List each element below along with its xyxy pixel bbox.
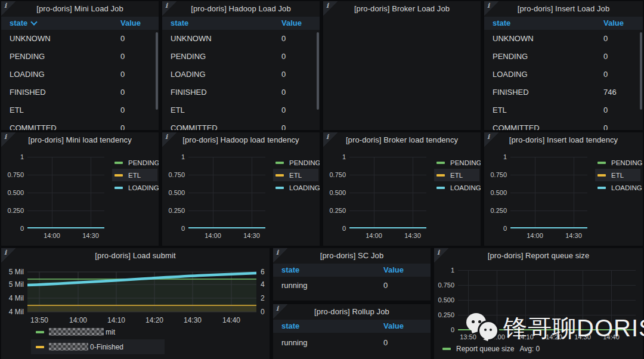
gridline bbox=[349, 228, 426, 229]
panel-title[interactable]: [pro-doris] Mini load tendency bbox=[1, 135, 159, 144]
panel-mini-load-job: i [pro-doris] Mini Load Job state Value … bbox=[1, 1, 159, 130]
panel-info-icon[interactable]: i bbox=[1, 1, 16, 16]
chart-legend: PENDING ETL LOADING bbox=[112, 156, 157, 194]
panel-info-icon[interactable]: i bbox=[162, 132, 177, 147]
panel-info-icon[interactable]: i bbox=[273, 304, 287, 318]
legend-item-etl[interactable]: ETL bbox=[434, 169, 479, 181]
panel-info-icon[interactable]: i bbox=[1, 248, 16, 262]
table-scrollbar[interactable] bbox=[317, 32, 319, 110]
legend-color-icon bbox=[36, 346, 44, 348]
gridline bbox=[91, 157, 91, 228]
legend-label[interactable]: Report queue size bbox=[456, 345, 514, 353]
panel-info-icon[interactable]: i bbox=[323, 132, 338, 147]
column-header-state[interactable]: state bbox=[281, 320, 299, 333]
table-row: ETL0 bbox=[1, 101, 155, 119]
table-row: PENDING0 bbox=[162, 48, 316, 66]
legend-item-pending[interactable]: PENDING bbox=[273, 156, 318, 169]
legend-item-loading[interactable]: LOADING bbox=[434, 181, 479, 194]
table-scrollbar[interactable] bbox=[156, 32, 158, 110]
table-row: UNKNOWN0 bbox=[484, 30, 639, 48]
legend-item-pending[interactable]: PENDING bbox=[434, 156, 479, 169]
table-row: FINISHED0 bbox=[1, 83, 155, 101]
table-scrollbar[interactable] bbox=[640, 32, 642, 110]
gridline bbox=[188, 157, 265, 157]
panel-title[interactable]: [pro-doris] Load submit bbox=[1, 251, 270, 260]
gridline bbox=[52, 157, 52, 228]
panel-info-icon[interactable]: i bbox=[273, 248, 287, 262]
gridline bbox=[27, 228, 104, 229]
panel-title[interactable]: [pro-doris] Broker load tendency bbox=[323, 135, 481, 144]
gridline bbox=[27, 211, 104, 211]
legend-item-censored-finished[interactable]: 0-Finished bbox=[31, 339, 165, 354]
panel-title[interactable]: [pro-doris] Report queue size bbox=[434, 251, 643, 260]
legend-color-icon bbox=[597, 162, 606, 164]
legend-item-loading[interactable]: LOADING bbox=[273, 181, 318, 194]
column-header-value[interactable]: Value bbox=[383, 264, 404, 277]
panel-title[interactable]: [pro-doris] Hadoop load tendency bbox=[162, 135, 320, 144]
legend-item-etl[interactable]: ETL bbox=[273, 169, 318, 181]
gridline bbox=[349, 157, 426, 157]
loading-series-line bbox=[188, 227, 265, 228]
y-axis-tick-left: 5 Mil bbox=[1, 268, 24, 276]
x-axis-tick: 14:00 bbox=[205, 232, 221, 239]
x-axis-tick: 14:30 bbox=[243, 232, 260, 239]
column-header-value[interactable]: Value bbox=[120, 17, 141, 30]
gridline bbox=[510, 211, 587, 211]
legend-item-etl[interactable]: ETL bbox=[112, 169, 157, 181]
load-submit-plot bbox=[27, 270, 256, 315]
legend-label-suffix: 0-Finished bbox=[90, 343, 123, 351]
panel-title[interactable]: [pro-doris] Insert load tendency bbox=[484, 135, 643, 144]
legend-color-icon bbox=[275, 174, 284, 177]
y-axis-tick: 0.750 bbox=[323, 171, 346, 178]
gridline bbox=[27, 157, 104, 157]
y-axis-tick: 0.250 bbox=[1, 207, 24, 214]
chart-legend: PENDING ETL LOADING bbox=[434, 156, 479, 194]
y-axis-tick-left: 4 Mil bbox=[1, 308, 24, 315]
y-axis-tick-right: 6 bbox=[261, 268, 265, 276]
panel-info-icon[interactable]: i bbox=[323, 1, 338, 16]
panel-info-icon[interactable]: i bbox=[484, 132, 499, 147]
table-header: state Value bbox=[162, 17, 320, 30]
legend-item-pending[interactable]: PENDING bbox=[595, 156, 640, 169]
y-axis-tick: 0.750 bbox=[434, 281, 454, 289]
legend-item-censored-submit[interactable]: mit bbox=[31, 324, 165, 339]
column-header-state[interactable]: state bbox=[171, 17, 188, 30]
legend-item-pending[interactable]: PENDING bbox=[112, 156, 157, 169]
gridline bbox=[27, 193, 104, 193]
panel-title[interactable]: [pro-doris] SC Job bbox=[273, 251, 431, 260]
legend-item-loading[interactable]: LOADING bbox=[112, 181, 157, 194]
column-header-value[interactable]: Value bbox=[281, 17, 302, 30]
table-row: FINISHED0 bbox=[162, 83, 316, 101]
panel-title[interactable]: [pro-doris] Broker Load Job bbox=[323, 4, 481, 13]
panel-info-icon[interactable]: i bbox=[162, 1, 177, 16]
y-axis-tick: 0.750 bbox=[1, 171, 24, 178]
panel-title[interactable]: [pro-doris] Rollup Job bbox=[273, 307, 431, 316]
column-header-value[interactable]: Value bbox=[383, 320, 404, 333]
panel-title[interactable]: [pro-doris] Mini Load Job bbox=[1, 4, 159, 13]
y-axis-tick: 1 bbox=[434, 267, 454, 274]
column-header-state[interactable]: state bbox=[281, 264, 299, 277]
panel-title[interactable]: [pro-doris] Insert Load Job bbox=[484, 4, 643, 13]
panel-insert-load-job: i [pro-doris] Insert Load Job state Valu… bbox=[484, 1, 643, 130]
gridline bbox=[510, 157, 587, 157]
gridline bbox=[574, 157, 574, 228]
panel-title[interactable]: [pro-doris] Hadoop Load Job bbox=[162, 4, 320, 13]
legend-color-icon bbox=[597, 187, 606, 189]
column-header-state[interactable]: state bbox=[10, 17, 36, 30]
panel-info-icon[interactable]: i bbox=[484, 1, 499, 16]
legend-item-loading[interactable]: LOADING bbox=[595, 181, 640, 194]
legend-item-etl[interactable]: ETL bbox=[595, 169, 640, 181]
column-header-value[interactable]: Value bbox=[603, 17, 624, 30]
table-header: state Value bbox=[273, 264, 431, 277]
gridline bbox=[188, 228, 265, 229]
panel-info-icon[interactable]: i bbox=[434, 248, 448, 262]
column-header-state[interactable]: state bbox=[493, 17, 510, 30]
panel-info-icon[interactable]: i bbox=[1, 132, 16, 147]
gridline bbox=[349, 211, 426, 211]
y-axis-tick: 0.250 bbox=[484, 207, 507, 214]
legend-color-icon bbox=[436, 162, 445, 164]
panel-mini-load-tendency: i [pro-doris] Mini load tendency 1 0.750… bbox=[1, 132, 159, 246]
y-axis-tick: 0.500 bbox=[323, 189, 346, 196]
table-row: ETL0 bbox=[162, 101, 316, 119]
y-axis-tick: 0.750 bbox=[162, 171, 185, 178]
